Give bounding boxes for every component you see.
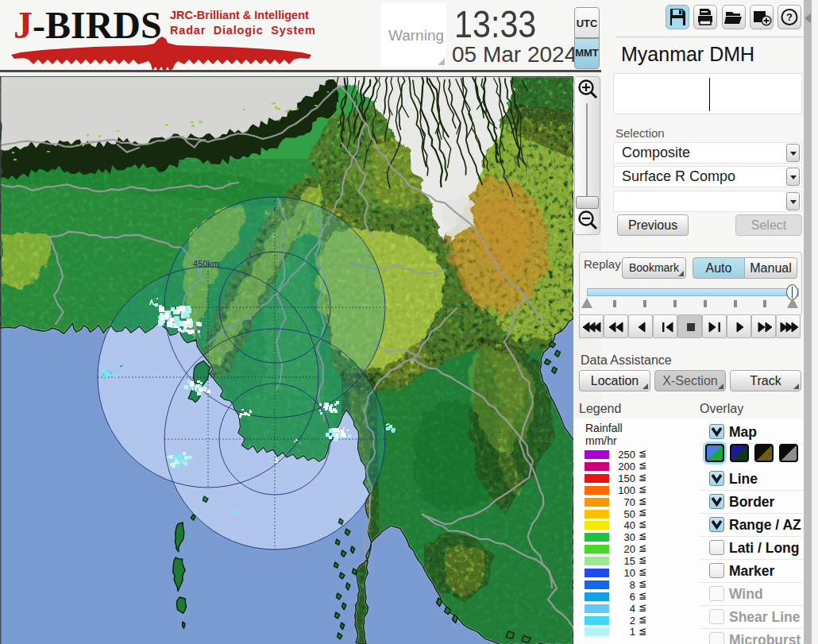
svg-text:450km: 450km [193, 259, 219, 268]
svg-text:?: ? [786, 11, 793, 23]
